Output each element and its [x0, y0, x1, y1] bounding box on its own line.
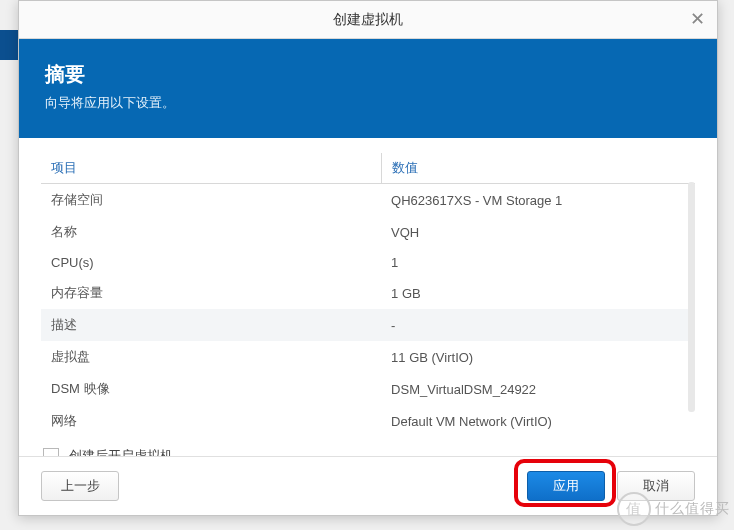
col-header-value[interactable]: 数值	[381, 153, 695, 184]
cell-label: CPU(s)	[41, 248, 381, 277]
settings-table-wrap: 项目 数值 存储空间 QH623617XS - VM Storage 1 名称 …	[41, 152, 695, 437]
cell-value: 11 GB (VirtIO)	[381, 341, 695, 373]
wizard-header: 摘要 向导将应用以下设置。	[19, 39, 717, 138]
cell-value: VQH	[381, 216, 695, 248]
apply-button[interactable]: 应用	[527, 471, 605, 501]
col-header-item[interactable]: 项目	[41, 153, 381, 184]
cell-value: DSM_VirtualDSM_24922	[381, 373, 695, 405]
cell-value: -	[381, 309, 695, 341]
dialog-footer: 上一步 应用 取消	[19, 456, 717, 515]
cell-label: 存储空间	[41, 184, 381, 217]
cell-value: QH623617XS - VM Storage 1	[381, 184, 695, 217]
table-row: 名称 VQH	[41, 216, 695, 248]
table-row: 描述 -	[41, 309, 695, 341]
table-row: 网络 Default VM Network (VirtIO)	[41, 405, 695, 437]
dialog-titlebar: 创建虚拟机 ✕	[19, 1, 717, 39]
dialog-title: 创建虚拟机	[333, 11, 403, 29]
scrollbar-track[interactable]	[688, 182, 695, 412]
cell-label: 网络	[41, 405, 381, 437]
cell-label: 描述	[41, 309, 381, 341]
watermark-text: 什么值得买	[655, 500, 730, 518]
checkbox-icon[interactable]	[43, 448, 59, 456]
create-vm-dialog: 创建虚拟机 ✕ 摘要 向导将应用以下设置。 项目 数值 存储空间 QH62361…	[18, 0, 718, 516]
cell-label: 虚拟盘	[41, 341, 381, 373]
cell-value: 1 GB	[381, 277, 695, 309]
power-on-after-create-row[interactable]: 创建后开启虚拟机	[41, 441, 695, 456]
cell-label: 名称	[41, 216, 381, 248]
cell-label: DSM 映像	[41, 373, 381, 405]
table-row: DSM 映像 DSM_VirtualDSM_24922	[41, 373, 695, 405]
settings-table: 项目 数值 存储空间 QH623617XS - VM Storage 1 名称 …	[41, 153, 695, 437]
background-nav-strip	[0, 30, 18, 60]
cell-value: Default VM Network (VirtIO)	[381, 405, 695, 437]
close-icon[interactable]: ✕	[687, 10, 707, 30]
watermark: 值 什么值得买	[617, 492, 730, 526]
cell-value: 1	[381, 248, 695, 277]
summary-subtitle: 向导将应用以下设置。	[45, 94, 691, 112]
summary-heading: 摘要	[45, 61, 691, 88]
table-row: CPU(s) 1	[41, 248, 695, 277]
table-row: 虚拟盘 11 GB (VirtIO)	[41, 341, 695, 373]
dialog-content: 项目 数值 存储空间 QH623617XS - VM Storage 1 名称 …	[19, 138, 717, 456]
cell-label: 内存容量	[41, 277, 381, 309]
watermark-icon: 值	[617, 492, 651, 526]
prev-button[interactable]: 上一步	[41, 471, 119, 501]
checkbox-label: 创建后开启虚拟机	[69, 447, 173, 456]
table-row: 内存容量 1 GB	[41, 277, 695, 309]
table-row: 存储空间 QH623617XS - VM Storage 1	[41, 184, 695, 217]
